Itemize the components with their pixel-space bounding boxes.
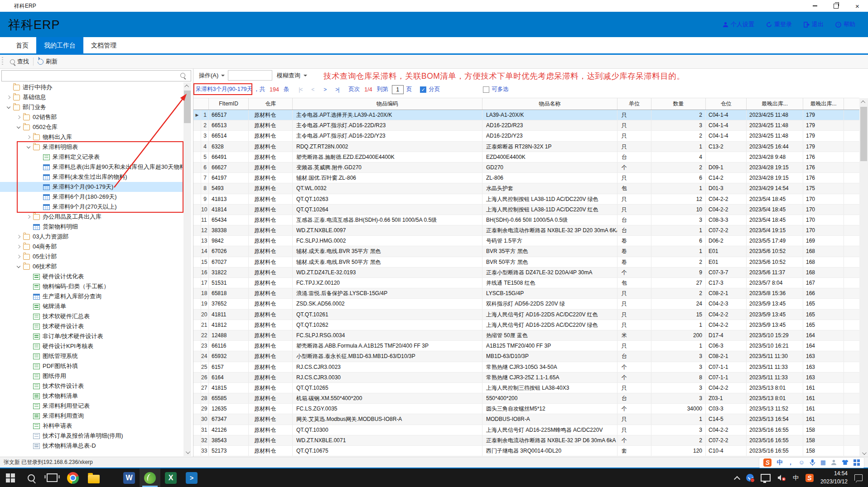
tree-item[interactable]: 图纸停用: [0, 371, 183, 381]
scroll-up-icon[interactable]: [859, 98, 868, 106]
profile-icon[interactable]: [831, 459, 837, 465]
relogin-link[interactable]: 重登录: [766, 20, 792, 29]
tree-item[interactable]: 02销售部: [0, 112, 183, 122]
column-header[interactable]: 最晚出库...: [803, 98, 844, 110]
first-page-button[interactable]: |<: [296, 86, 304, 93]
prev-page-button[interactable]: <: [309, 86, 317, 93]
tree-item[interactable]: 呆滞料总表(出库超90天和未出库但入库超30天物料): [0, 162, 183, 172]
table-row[interactable]: 266513原材料仓主令电器.APT.指示灯.AD16-22D/R23AD16-…: [193, 120, 859, 131]
table-row[interactable]: 46328原材料仓RDQ.ZT.RT28N.0002正泰熔断器 RT28N-32…: [193, 142, 859, 152]
table-row[interactable]: 2865585原材料仓机箱.碳钢.XM.550*400*200550*400*2…: [193, 393, 859, 404]
table-row[interactable]: 1238338原材料仓WD.ZT.NXBLE.0097正泰剩余电流动作断路器 N…: [193, 225, 859, 236]
tree-item[interactable]: 图纸管理系统: [0, 351, 183, 361]
mic-icon[interactable]: [810, 459, 815, 466]
tree-item[interactable]: 办公用品及工具出入库: [0, 212, 183, 222]
scrollbar-thumb[interactable]: [184, 91, 191, 123]
table-row[interactable]: 666627原材料仓变频器.英威腾.附件.GD270GD270个2D09-120…: [193, 162, 859, 173]
column-header[interactable]: 物品名称: [482, 98, 617, 110]
taskbar-word[interactable]: W: [119, 468, 140, 487]
table-row[interactable]: 3352173原材料仓QT.QT.10675西门子继电器 3RQ0014-0DL…: [193, 446, 859, 456]
column-header[interactable]: 仓库: [249, 98, 293, 110]
tree-item[interactable]: 基础信息: [0, 92, 183, 102]
ime-language-icon[interactable]: 中: [793, 474, 799, 482]
ime-language-icon[interactable]: 中: [776, 458, 782, 467]
table-row[interactable]: 2741815原材料仓QT.QT.10265上海人民控制三挡按钮 LA38-40…: [193, 383, 859, 393]
scrollbar-thumb[interactable]: [860, 107, 867, 161]
action-center-icon[interactable]: [854, 474, 863, 481]
tree-item[interactable]: 货架物料明细: [0, 222, 183, 232]
table-row[interactable]: 3142126原材料仓QT.QT.10300上海人民信号灯 AD16-22SM蜂…: [193, 425, 859, 435]
table-row[interactable]: 1041814原材料仓QT.QT.10264上海人民控制按钮 LA38-11D …: [193, 205, 859, 215]
chevron-down-icon[interactable]: [15, 263, 22, 270]
table-row[interactable]: 1165434原材料仓互感器.正泰.电流互感器.BH(SDH)-0.66 50I…: [193, 215, 859, 225]
tree-item[interactable]: 呆滞料3个月(90-179天): [0, 182, 183, 192]
multi-select-checkbox[interactable]: [483, 86, 489, 93]
toolbox-icon[interactable]: [854, 459, 860, 466]
logout-link[interactable]: 退出: [804, 20, 824, 29]
tab-document-management[interactable]: 文档管理: [83, 37, 124, 53]
scroll-up-icon[interactable]: [183, 82, 191, 90]
table-row[interactable]: 2366116原材料仓塑壳断路器.ABB.Formula A.A1B125 TM…: [193, 341, 859, 351]
tree-item[interactable]: 05生计部: [0, 252, 183, 262]
help-link[interactable]: ? 帮助: [835, 20, 855, 29]
table-row[interactable]: 1567027原材料仓辅材.成天泰.电线.BVR 50平方 黑色BVR 50平方…: [193, 257, 859, 267]
chevron-right-icon[interactable]: [5, 94, 12, 100]
tree-item[interactable]: 非订单/技术硬件设计表: [0, 331, 183, 341]
tree-item[interactable]: 呆滞料明细表: [0, 142, 183, 152]
taskbar-file-explorer[interactable]: [83, 468, 104, 487]
taskbar-excel[interactable]: X: [160, 468, 181, 487]
close-button[interactable]: ×: [847, 0, 868, 12]
tree-item[interactable]: 部门业务: [0, 102, 183, 112]
column-header[interactable]: FItemID: [209, 98, 249, 110]
tree-item[interactable]: 进行中待办: [0, 82, 183, 92]
table-row[interactable]: 1751531原材料仓FC.TPJ.XZ.00120并线通 TE1508 红色包…: [193, 278, 859, 288]
tree-item[interactable]: 06技术部: [0, 262, 183, 272]
taskbar-clock[interactable]: 14:54 2023/10/12: [820, 470, 848, 486]
chevron-right-icon[interactable]: [25, 134, 32, 140]
tree-item[interactable]: 呆滞料(未发生过出库的物料): [0, 172, 183, 182]
column-header[interactable]: 最晚出库...: [747, 98, 803, 110]
table-row[interactable]: 1865818原材料仓浪涌.雷悦.后备保护器.LYSCB-15G/4PLYSCB…: [193, 288, 859, 299]
volume-muted-icon[interactable]: [777, 474, 786, 481]
skin-icon[interactable]: [842, 459, 849, 465]
tree-item[interactable]: 技术软硬件汇总表: [0, 311, 183, 321]
table-row[interactable]: 764197原材料仓辅材.国优.百叶窗.ZL-806ZL-806只6C14-22…: [193, 173, 859, 183]
table-row[interactable]: 256157原材料仓RJ.CS.CJR3.0023常熟热继 CJR3-105G …: [193, 362, 859, 372]
tab-home[interactable]: 首页: [8, 37, 36, 53]
table-row[interactable]: 2041811原材料仓QT.QT.10261上海人民信号灯 AD16-22DS …: [193, 310, 859, 320]
sogou-icon[interactable]: S: [805, 474, 814, 482]
taskbar-erp-app[interactable]: [140, 468, 160, 487]
table-row[interactable]: 566491原材料仓塑壳断路器.施耐德.EZD.EZD400E4400KEZD4…: [193, 152, 859, 162]
table-row[interactable]: 366514原材料仓主令电器.APT.指示灯.AD16-22D/Y23AD16-…: [193, 131, 859, 141]
tree-item[interactable]: PDF图纸补填: [0, 361, 183, 371]
table-row[interactable]: 1937652原材料仓ZSD.SK.AD56.0002双科指示灯 AD56-22…: [193, 299, 859, 309]
chevron-right-icon[interactable]: [15, 234, 22, 240]
scroll-down-icon[interactable]: [183, 449, 191, 456]
tree-item[interactable]: 技术订单及报价清单明细(停用): [0, 431, 183, 441]
refresh-button[interactable]: 刷新: [34, 56, 62, 67]
personal-settings-link[interactable]: 个人设置: [723, 20, 754, 29]
goto-page-input[interactable]: [392, 85, 404, 94]
tree-item[interactable]: 呆滞料利用登记表: [0, 401, 183, 411]
chevron-down-icon[interactable]: [25, 144, 32, 150]
column-header[interactable]: [193, 98, 209, 110]
maximize-button[interactable]: [825, 0, 847, 12]
table-row[interactable]: 941813原材料仓QT.QT.10263上海人民控制按钮 LA38-11D A…: [193, 194, 859, 205]
tree-item[interactable]: 0502仓库: [0, 122, 183, 132]
chevron-right-icon[interactable]: [15, 244, 22, 250]
tree-item[interactable]: 技术物料清单总表-D: [0, 441, 183, 451]
chevron-down-icon[interactable]: [15, 124, 22, 130]
paging-checkbox[interactable]: ✓: [420, 86, 426, 93]
next-page-button[interactable]: >: [321, 86, 329, 93]
table-row[interactable]: 85493原材料仓QT.WL.0032水晶头护套包1D01-32023/4/29…: [193, 183, 859, 194]
tree-item[interactable]: 呆滞料利用查询: [0, 411, 183, 421]
table-row[interactable]: 266164原材料仓RJ.CS.CJR3.0030常熟热继 CJR3-25Z 1…: [193, 372, 859, 383]
tree-item[interactable]: 物料编码-归类（手工帐）: [0, 282, 183, 291]
chevron-right-icon[interactable]: [15, 114, 22, 120]
sidebar-search-input[interactable]: [2, 71, 185, 81]
table-row[interactable]: 3067347原材料仓网关.艾莫迅.Modbus网关.MODBUS-IO8R-A…: [193, 414, 859, 425]
column-header[interactable]: [844, 98, 859, 110]
tree-item[interactable]: 03人力资源部: [0, 232, 183, 242]
chevron-down-icon[interactable]: [5, 104, 12, 110]
table-row[interactable]: 2141812原材料仓QT.QT.10262上海人民信号灯 AD16-22DS …: [193, 320, 859, 330]
